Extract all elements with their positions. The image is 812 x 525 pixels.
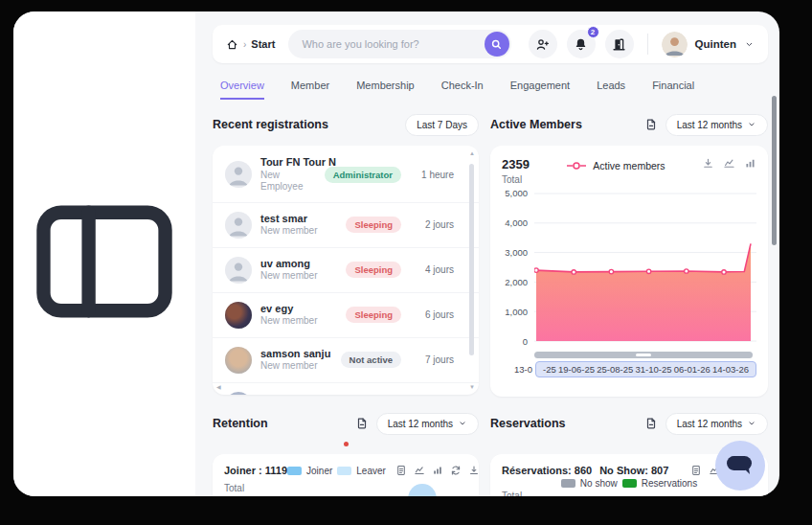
- legend-label: Reservations: [642, 478, 697, 489]
- status-badge: Administrator: [325, 167, 401, 183]
- tab-membership[interactable]: Membership: [356, 80, 415, 100]
- search-button[interactable]: [485, 32, 509, 57]
- chart-brush[interactable]: -2519-06-2525-08-2531-10-2506-01-2614-03…: [535, 361, 756, 377]
- retention-panel: Retention Last 12 months Joiner : 1119 J…: [213, 410, 479, 496]
- chevron-down-icon: [747, 419, 756, 428]
- registration-row[interactable]: test smarNew memberSleeping2 jours: [213, 203, 479, 248]
- export-file-icon[interactable]: [644, 118, 658, 131]
- barchart-icon[interactable]: [432, 465, 443, 476]
- chevron-down-icon: [747, 120, 756, 129]
- topbar-divider: [647, 34, 648, 55]
- download-icon[interactable]: [468, 465, 479, 476]
- notifications-button[interactable]: 2: [567, 30, 596, 58]
- refresh-icon[interactable]: [450, 465, 462, 476]
- tab-check-in[interactable]: Check-In: [441, 80, 484, 100]
- activity-icon[interactable]: [723, 157, 735, 170]
- registration-row[interactable]: samson sanjuNew memberNot active7 jours: [213, 338, 479, 383]
- retention-legend: JoinerLeaver: [287, 466, 386, 476]
- y-tick-label: 1,000: [505, 307, 528, 317]
- legend-swatch: [561, 479, 575, 488]
- registration-row[interactable]: uv amongNew memberSleeping4 jours: [213, 248, 479, 293]
- reservations-total-label: Total: [502, 491, 756, 496]
- breadcrumb-label: Start: [251, 38, 275, 50]
- member-avatar: [225, 347, 252, 374]
- active-members-total-label: Total: [502, 174, 530, 185]
- dashboard-tabs: OverviewMemberMembershipCheck-InEngageme…: [220, 80, 760, 100]
- list-scrollbar[interactable]: [469, 157, 474, 379]
- active-members-filter-label: Last 12 months: [677, 120, 742, 130]
- page-scrollbar[interactable]: [772, 96, 777, 245]
- active-members-legend-label: Active members: [593, 160, 665, 171]
- am-plot: [534, 193, 756, 342]
- scroll-left-icon[interactable]: ◀: [216, 383, 221, 390]
- y-tick-label: 3,000: [505, 247, 528, 258]
- active-members-total-value: 2359: [502, 157, 530, 171]
- y-tick-label: 2,000: [505, 277, 528, 287]
- sidebar-toggle-icon[interactable]: [26, 483, 183, 496]
- panels-row-top: Recent registrations Last 7 Days Tour FN…: [213, 111, 768, 397]
- member-name: test smar: [260, 213, 317, 226]
- member-name: samson sanju: [260, 348, 330, 361]
- legend-label: Leaver: [356, 466, 386, 476]
- search-input[interactable]: [302, 38, 484, 50]
- member-avatar: [225, 212, 252, 239]
- data-point-marker: [646, 269, 650, 273]
- x-tick-label: 31-10-25: [635, 364, 671, 375]
- checkout-door-button[interactable]: [605, 30, 634, 58]
- export-file-icon[interactable]: [644, 417, 658, 430]
- chart-h-scrollbar[interactable]: [534, 352, 753, 358]
- reservations-filter-label: Last 12 months: [677, 419, 742, 429]
- registration-time: 7 jours: [410, 354, 454, 365]
- retention-title: Retention: [213, 417, 348, 430]
- status-badge: Sleeping: [346, 217, 401, 233]
- export-file-icon[interactable]: [355, 417, 369, 430]
- registration-row[interactable]: Tour FN Tour NNew EmployeeAdministrator1…: [213, 148, 479, 203]
- registration-row[interactable]: test testNot active7 jours: [213, 383, 479, 395]
- chat-widget-button[interactable]: [715, 441, 765, 491]
- reservations-legend: No showReservations: [561, 478, 697, 489]
- status-badge: Sleeping: [346, 307, 401, 323]
- tab-overview[interactable]: Overview: [220, 80, 264, 100]
- registrations-filter-button[interactable]: Last 7 Days: [405, 114, 479, 136]
- active-members-chart: [534, 193, 756, 342]
- app-window: Brussels DashboardCheck-Ins3BartenderMem…: [13, 11, 779, 496]
- legend-swatch: [622, 479, 637, 488]
- notification-badge: 2: [587, 26, 599, 38]
- member-subtitle: New member: [260, 315, 317, 328]
- member-avatar: [225, 302, 252, 329]
- member-subtitle: New member: [260, 225, 317, 238]
- registration-row[interactable]: ev egyNew memberSleeping6 jours: [213, 293, 479, 338]
- member-info: test smarNew member: [260, 213, 317, 238]
- add-member-button[interactable]: [529, 30, 557, 58]
- tab-engagement[interactable]: Engagement: [510, 80, 570, 100]
- data-point-marker: [722, 270, 726, 274]
- registration-time: 6 jours: [410, 309, 454, 320]
- retention-filter-button[interactable]: Last 12 months: [376, 413, 479, 435]
- legend-label: Joiner: [306, 466, 332, 476]
- legend-swatch: [287, 467, 302, 475]
- y-tick-label: 5,000: [505, 188, 528, 198]
- user-name: Quinten: [695, 38, 736, 50]
- member-info: uv amongNew member: [260, 258, 317, 283]
- breadcrumb[interactable]: › Start: [226, 38, 275, 51]
- member-name: ev egy: [260, 303, 317, 316]
- reservations-filter-button[interactable]: Last 12 months: [665, 413, 768, 435]
- user-menu[interactable]: Quinten: [662, 32, 758, 57]
- activity-icon[interactable]: [414, 465, 425, 476]
- tab-financial[interactable]: Financial: [652, 80, 694, 100]
- scroll-up-icon[interactable]: ▲: [469, 150, 475, 156]
- document-icon[interactable]: [395, 465, 407, 476]
- status-badge: Not active: [341, 352, 401, 368]
- x-axis-first-label: 13-0: [514, 364, 532, 375]
- tab-member[interactable]: Member: [291, 80, 329, 100]
- document-icon[interactable]: [690, 465, 702, 476]
- legend-label: No show: [580, 478, 618, 489]
- barchart-icon[interactable]: [744, 157, 756, 170]
- chevron-down-icon: [744, 39, 755, 50]
- active-members-filter-button[interactable]: Last 12 months: [665, 114, 768, 136]
- active-members-legend[interactable]: Active members: [530, 160, 702, 171]
- member-info: samson sanjuNew member: [260, 348, 330, 373]
- scroll-down-icon[interactable]: ▼: [469, 384, 475, 390]
- tab-leads[interactable]: Leads: [597, 80, 625, 100]
- download-icon[interactable]: [702, 157, 714, 170]
